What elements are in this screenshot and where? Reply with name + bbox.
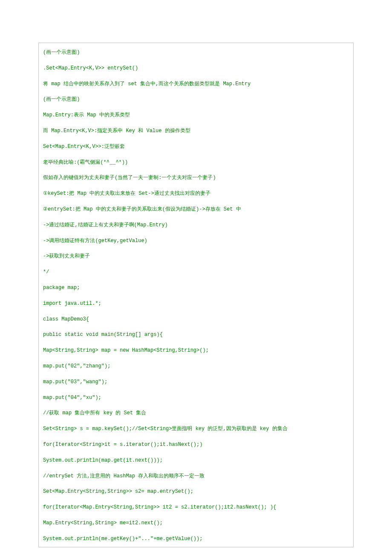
code-line: class MapDemo3{ xyxy=(43,316,349,323)
code-line: Map<String,String> map = new HashMap<Str… xyxy=(43,347,349,354)
code-line: (画一个示意图) xyxy=(43,49,349,56)
code-line: (画一个示意图) xyxy=(43,96,349,103)
code-line: System.out.println(me.getKey()+"..."+me.… xyxy=(43,535,349,543)
code-line: package map; xyxy=(43,284,349,292)
code-line: 而 Map.Entry<K,V>:指定关系中 Key 和 Value 的操作类型 xyxy=(43,127,349,135)
code-line: map.put("03","wang"); xyxy=(43,379,349,386)
code-line: System.out.println(map.get(it.next())); xyxy=(43,457,349,464)
code-line: ①keySet:把 Map 中的丈夫取出来放在 Set->通过丈夫找出对应的妻子 xyxy=(43,190,349,197)
code-line: ->获取到丈夫和妻子 xyxy=(43,253,349,260)
code-line: Set<Map.Entry<String,String>> s2= map.en… xyxy=(43,488,349,495)
code-line: 老毕经典比喻:(霸气侧漏(*^__^*)) xyxy=(43,159,349,166)
code-line: Map.Entry<String,String> me=it2.next(); xyxy=(43,520,349,527)
code-container: (画一个示意图) .Set<Map.Entry<K,V>> entrySet()… xyxy=(38,43,354,547)
code-line: import java.util.*; xyxy=(43,300,349,307)
document-page: (画一个示意图) .Set<Map.Entry<K,V>> entrySet()… xyxy=(0,0,392,555)
code-line: */ xyxy=(43,269,349,276)
code-line: map.put("02","zhang"); xyxy=(43,363,349,370)
code-line: .Set<Map.Entry<K,V>> entrySet() xyxy=(43,65,349,72)
code-line: ->通过结婚证,结婚证上有丈夫和妻子啊(Map.Entry) xyxy=(43,222,349,229)
code-line: for(Iterator<Map.Entry<String,String>> i… xyxy=(43,504,349,511)
code-line: //entrySet 方法,注意用的 HashMap 存入和取出的顺序不一定一致 xyxy=(43,473,349,480)
code-line: public static void main(String[] args){ xyxy=(43,331,349,338)
code-line: 将 map 结合中的映射关系存入到了 set 集合中,而这个关系的数据类型就是 … xyxy=(43,81,349,88)
code-line: Map.Entry:表示 Map 中的关系类型 xyxy=(43,112,349,119)
code-line: ->调用结婚证特有方法(getKey,getValue) xyxy=(43,237,349,245)
code-line: Set<String> s = map.keySet();//Set<Strin… xyxy=(43,425,349,433)
code-line: Set<Map.Entry<K,V>>:泛型嵌套 xyxy=(43,143,349,150)
code-line: 假如存入的键值对为丈夫和妻子(当然了一夫一妻制:一个丈夫对应一个妻子) xyxy=(43,174,349,182)
code-line: for(Iterator<String>it = s.iterator();it… xyxy=(43,441,349,448)
code-line: //获取 map 集合中所有 key 的 Set 集合 xyxy=(43,410,349,417)
code-line: ②entrySet:把 Map 中的丈夫和妻子的关系取出来(假设为结婚证)->存… xyxy=(43,206,349,213)
code-line: map.put("04","xu"); xyxy=(43,394,349,402)
